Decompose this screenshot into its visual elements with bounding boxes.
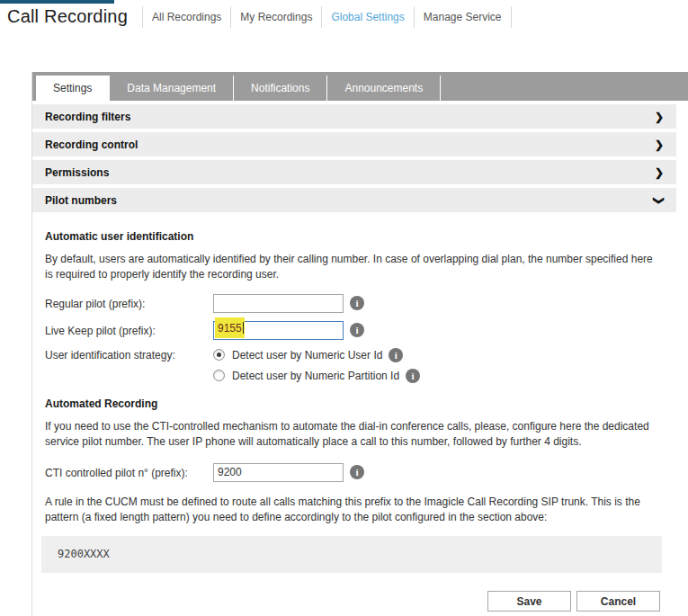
strategy-option-partition-id[interactable]: Detect user by Numeric Partition Id i bbox=[213, 369, 420, 383]
save-button[interactable]: Save bbox=[487, 591, 571, 612]
cancel-button[interactable]: Cancel bbox=[576, 591, 660, 612]
accordion-label: Recording filters bbox=[45, 111, 130, 123]
nav-all-recordings[interactable]: All Recordings bbox=[142, 6, 230, 28]
live-keep-pilot-row: Live Keep pilot (prefix): 9155 i bbox=[45, 321, 662, 340]
strategy-row: User identification strategy: Detect use… bbox=[45, 348, 662, 383]
nav-manage-service[interactable]: Manage Service bbox=[414, 6, 512, 28]
accordion-list: Recording filters ❯ Recording control ❯ … bbox=[32, 104, 676, 616]
page-title: Call Recording bbox=[7, 6, 128, 27]
info-icon[interactable]: i bbox=[406, 369, 420, 383]
info-icon[interactable]: i bbox=[350, 323, 364, 337]
chevron-down-icon: ❯ bbox=[653, 195, 666, 204]
live-keep-pilot-input-wrap: 9155 bbox=[213, 321, 344, 340]
tab-settings[interactable]: Settings bbox=[36, 76, 110, 101]
radio-unselected-icon[interactable] bbox=[213, 370, 225, 381]
cti-pilot-input[interactable] bbox=[213, 463, 344, 482]
regular-pilot-row: Regular pilot (prefix): i bbox=[45, 294, 662, 313]
tab-notifications[interactable]: Notifications bbox=[234, 76, 327, 101]
chevron-right-icon: ❯ bbox=[655, 166, 664, 179]
automated-recording-description: If you need to use the CTI-controlled me… bbox=[45, 419, 662, 451]
action-buttons: Save Cancel bbox=[45, 591, 660, 612]
nav-global-settings[interactable]: Global Settings bbox=[321, 6, 413, 28]
regular-pilot-label: Regular pilot (prefix): bbox=[45, 297, 213, 310]
top-navigation: All Recordings My Recordings Global Sett… bbox=[142, 6, 512, 28]
chevron-right-icon: ❯ bbox=[655, 111, 664, 123]
accordion-label: Recording control bbox=[45, 138, 138, 151]
strategy-radio-group: Detect user by Numeric User Id i Detect … bbox=[213, 348, 420, 383]
live-keep-pilot-value: 9155 bbox=[218, 322, 242, 335]
accordion-label: Permissions bbox=[45, 166, 109, 179]
accordion-recording-control[interactable]: Recording control ❯ bbox=[32, 132, 676, 156]
accordion-pilot-numbers[interactable]: Pilot numbers ❯ bbox=[32, 188, 676, 212]
radio-selected-icon[interactable] bbox=[213, 349, 225, 361]
cucm-note: A rule in the CUCM must be defined to ro… bbox=[45, 495, 662, 526]
auto-user-id-description: By default, users are automatically iden… bbox=[45, 252, 662, 283]
info-icon[interactable]: i bbox=[350, 296, 364, 310]
strategy-label: User identification strategy: bbox=[45, 348, 213, 362]
tab-announcements[interactable]: Announcements bbox=[327, 76, 441, 101]
regular-pilot-input[interactable] bbox=[213, 294, 344, 313]
settings-panel: Settings Data Management Notifications A… bbox=[31, 72, 688, 616]
tab-bar: Settings Data Management Notifications A… bbox=[32, 72, 688, 101]
pilot-numbers-section: Automatic user identification By default… bbox=[32, 212, 676, 616]
dial-pattern-box: 9200XXXX bbox=[41, 536, 662, 573]
cti-pilot-row: CTI controlled pilot n° (prefix): i bbox=[45, 463, 662, 482]
nav-my-recordings[interactable]: My Recordings bbox=[230, 6, 321, 28]
radio-label: Detect user by Numeric Partition Id bbox=[232, 370, 399, 382]
info-icon[interactable]: i bbox=[350, 465, 364, 479]
text-caret bbox=[243, 322, 244, 334]
chevron-right-icon: ❯ bbox=[655, 138, 664, 151]
tab-data-management[interactable]: Data Management bbox=[110, 76, 234, 101]
live-keep-pilot-label: Live Keep pilot (prefix): bbox=[45, 324, 213, 337]
accordion-recording-filters[interactable]: Recording filters ❯ bbox=[32, 104, 676, 129]
automated-recording-heading: Automated Recording bbox=[45, 397, 662, 410]
radio-label: Detect user by Numeric User Id bbox=[232, 349, 382, 362]
auto-user-id-heading: Automatic user identification bbox=[45, 230, 662, 243]
strategy-option-user-id[interactable]: Detect user by Numeric User Id i bbox=[213, 348, 420, 362]
accordion-permissions[interactable]: Permissions ❯ bbox=[32, 160, 676, 184]
accordion-label: Pilot numbers bbox=[45, 194, 117, 207]
info-icon[interactable]: i bbox=[389, 348, 403, 362]
cti-pilot-label: CTI controlled pilot n° (prefix): bbox=[45, 466, 213, 479]
app-header: Call Recording All Recordings My Recordi… bbox=[0, 4, 688, 29]
highlighted-value: 9155 bbox=[215, 317, 245, 338]
